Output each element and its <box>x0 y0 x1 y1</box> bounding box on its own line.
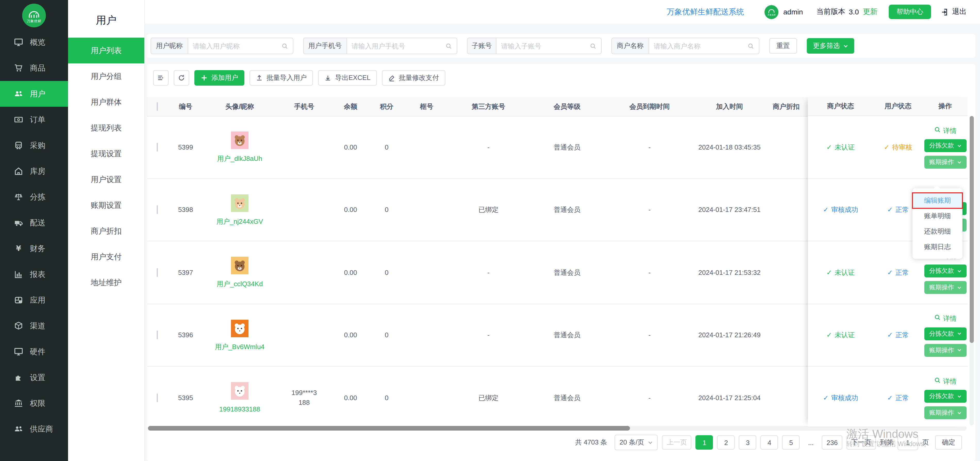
cell-user-status: ✓正常 <box>873 267 923 278</box>
detail-label: 详情 <box>943 314 956 324</box>
submenu-item-user-settings[interactable]: 用户设置 <box>68 167 144 192</box>
help-center-button[interactable]: 帮助中心 <box>889 5 931 19</box>
system-title-link[interactable]: 万象优鲜生鲜配送系统 <box>667 7 744 17</box>
prev-page-button[interactable]: 上一页 <box>662 435 692 450</box>
search-icon <box>748 38 759 54</box>
add-user-button[interactable]: 添加用户 <box>194 70 244 86</box>
pagination: 共 4703 条 20 条/页 上一页 12345...236 下一页 到第 页… <box>575 435 962 450</box>
jump-page-input[interactable] <box>897 435 918 450</box>
update-link[interactable]: 更新 <box>863 7 877 16</box>
submenu-item-user-list[interactable]: 用户列表 <box>68 38 144 64</box>
billing-ops-button[interactable]: 账期操作 <box>924 156 966 169</box>
detail-link[interactable]: 详情 <box>934 314 956 324</box>
dropdown-item-4[interactable]: 账期日志 <box>912 239 963 255</box>
nickname-input[interactable] <box>188 38 282 54</box>
submenu-item-withdraw-settings[interactable]: 提现设置 <box>68 141 144 167</box>
refresh-button[interactable] <box>174 70 189 86</box>
phone-input[interactable] <box>347 38 445 54</box>
table-toolbar: 添加用户 批量导入用户 导出EXCEL 批量修改支付 <box>153 70 445 86</box>
submenu-item-user-payment[interactable]: 用户支付 <box>68 244 144 270</box>
batch-edit-payment-button[interactable]: 批量修改支付 <box>382 70 445 86</box>
submenu-item-user-community[interactable]: 用户群体 <box>68 89 144 115</box>
horizontal-scrollbar[interactable] <box>148 426 967 431</box>
sorting-debt-button[interactable]: 分拣欠款 <box>924 390 966 403</box>
row-checkbox[interactable] <box>157 330 158 339</box>
page-button-1[interactable]: 1 <box>696 435 713 450</box>
sidebar-item-permissions[interactable]: 权限 <box>0 390 68 416</box>
vertical-scrollbar-thumb[interactable] <box>970 116 974 343</box>
column-settings-button[interactable] <box>153 70 169 86</box>
page-button-236[interactable]: 236 <box>822 435 842 450</box>
page-button-3[interactable]: 3 <box>739 435 757 450</box>
sidebar-item-reports[interactable]: 报表 <box>0 262 68 287</box>
logout-button[interactable]: 退出 <box>941 7 967 16</box>
nickname-link[interactable]: 用户_Bv6Wmlu4 <box>215 341 264 352</box>
merchant-input[interactable] <box>649 38 748 54</box>
submenu-item-merchant-discount[interactable]: 商户折扣 <box>68 218 144 244</box>
submenu-item-user-groups[interactable]: 用户分组 <box>68 64 144 89</box>
row-checkbox[interactable] <box>157 205 158 214</box>
cell-avatar-nickname: 用户_dlkJ8aUh <box>204 131 276 164</box>
table-header-cell: 加入时间 <box>694 102 765 111</box>
sidebar-item-warehouse[interactable]: 库房 <box>0 158 68 184</box>
dropdown-item-1[interactable]: 编辑账期 <box>912 193 963 208</box>
submenu-item-address-maintenance[interactable]: 地址维护 <box>68 270 144 295</box>
nickname-link[interactable]: 用户_dlkJ8aUh <box>217 154 262 164</box>
sidebar-item-settings[interactable]: 设置 <box>0 365 68 390</box>
cell-user-status: ✓正常 <box>873 393 923 403</box>
row-checkbox[interactable] <box>157 393 158 402</box>
sorting-debt-button[interactable]: 分拣欠款 <box>924 139 966 152</box>
select-all-checkbox[interactable] <box>157 102 158 111</box>
reset-button[interactable]: 重置 <box>769 38 797 54</box>
user-status-text: 待审核 <box>892 142 912 152</box>
dropdown-item-2[interactable]: 账单明细 <box>912 208 963 224</box>
confirm-button[interactable]: 确定 <box>935 435 962 450</box>
merchant-status-text: 未认证 <box>835 330 855 340</box>
detail-link[interactable]: 详情 <box>934 376 956 386</box>
horizontal-scrollbar-thumb[interactable] <box>148 426 630 431</box>
row-checkbox[interactable] <box>157 268 158 277</box>
sidebar-item-orders[interactable]: 订单 <box>0 107 68 132</box>
export-excel-button[interactable]: 导出EXCEL <box>318 70 377 86</box>
detail-link[interactable]: 详情 <box>934 126 956 136</box>
vertical-scrollbar[interactable] <box>970 116 974 426</box>
billing-ops-button[interactable]: 账期操作 <box>924 406 966 419</box>
cell-points: 0 <box>369 205 405 215</box>
merchant-status-text: 未认证 <box>835 267 855 278</box>
nickname-link[interactable]: 用户_cclQ34Kd <box>216 279 262 289</box>
page-button-4[interactable]: 4 <box>760 435 778 450</box>
sidebar-item-overview[interactable]: 概览 <box>0 29 68 55</box>
table-header-cell-fixed: 操作 <box>923 102 967 111</box>
dropdown-item-3[interactable]: 还款明细 <box>912 224 963 239</box>
sidebar-nav: 概览商品用户订单采购库房分拣配送¥财务报表应用渠道硬件设置权限供应商 <box>0 29 68 442</box>
billing-ops-button[interactable]: 账期操作 <box>924 281 966 294</box>
sidebar-item-hardware[interactable]: 硬件 <box>0 339 68 365</box>
sorting-debt-button[interactable]: 分拣欠款 <box>924 327 966 340</box>
billing-ops-button[interactable]: 账期操作 <box>924 344 966 357</box>
page-button-5[interactable]: 5 <box>782 435 800 450</box>
cell-checkbox <box>147 267 167 278</box>
sidebar-item-users[interactable]: 用户 <box>0 81 68 107</box>
sorting-debt-button[interactable]: 分拣欠款 <box>924 265 966 278</box>
row-checkbox[interactable] <box>157 143 158 152</box>
submenu-item-withdraw-list[interactable]: 提现列表 <box>68 115 144 141</box>
sidebar-item-delivery[interactable]: 配送 <box>0 210 68 236</box>
submenu-item-billing-settings[interactable]: 账期设置 <box>68 192 144 218</box>
sidebar-item-finance[interactable]: ¥财务 <box>0 236 68 262</box>
nickname-link[interactable]: 19918933188 <box>219 404 260 414</box>
sidebar-item-suppliers[interactable]: 供应商 <box>0 416 68 442</box>
batch-import-button[interactable]: 批量导入用户 <box>250 70 313 86</box>
sidebar-item-label: 设置 <box>30 373 45 382</box>
sidebar-item-goods[interactable]: 商品 <box>0 55 68 81</box>
subaccount-input[interactable] <box>496 38 590 54</box>
more-filters-button[interactable]: 更多筛选 <box>807 38 854 54</box>
sidebar-item-sorting[interactable]: 分拣 <box>0 184 68 210</box>
apps-icon <box>14 295 23 305</box>
next-page-button[interactable]: 下一页 <box>846 435 876 450</box>
sidebar-item-apps[interactable]: 应用 <box>0 287 68 313</box>
sidebar-item-channels[interactable]: 渠道 <box>0 313 68 339</box>
sidebar-item-purchase[interactable]: 采购 <box>0 132 68 158</box>
page-size-select[interactable]: 20 条/页 <box>614 435 658 450</box>
page-button-2[interactable]: 2 <box>718 435 735 450</box>
nickname-link[interactable]: 用户_nj244xGV <box>216 216 263 227</box>
